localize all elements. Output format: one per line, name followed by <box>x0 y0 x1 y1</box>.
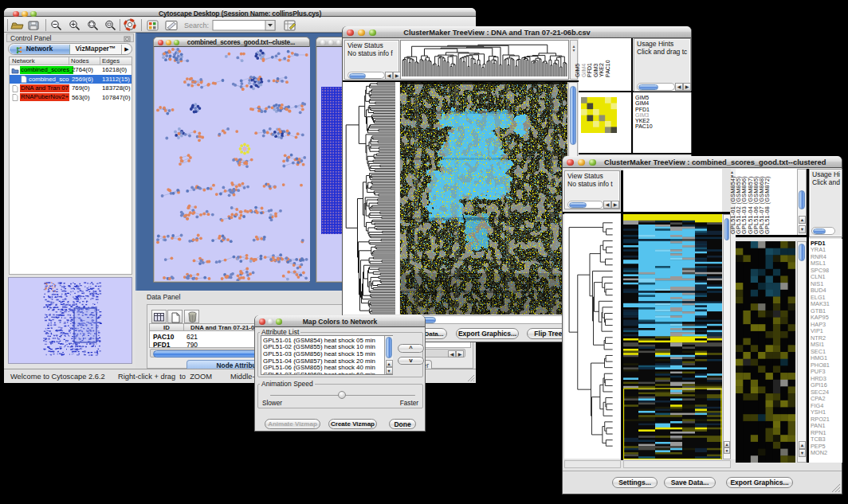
svg-text:Search:: Search: <box>184 21 209 29</box>
